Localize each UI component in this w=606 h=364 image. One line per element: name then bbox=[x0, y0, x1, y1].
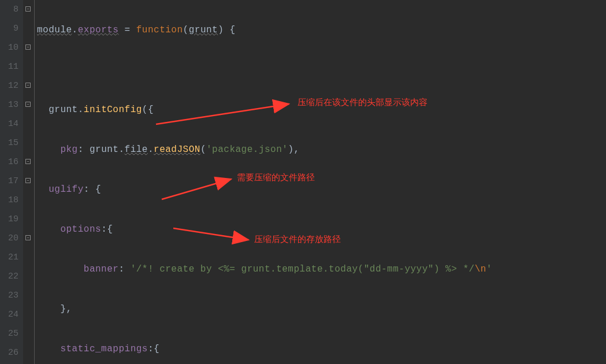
line-number: 23 bbox=[0, 286, 18, 305]
line-number: 12 bbox=[0, 76, 18, 95]
code-line: options:{ bbox=[37, 220, 606, 239]
line-number: 19 bbox=[0, 210, 18, 229]
line-number: 26 bbox=[0, 343, 18, 362]
line-number: 21 bbox=[0, 248, 18, 267]
code-line: uglify: { bbox=[37, 180, 606, 199]
code-editor[interactable]: 8 9 10 11 12 13 14 15 16 17 18 19 20 21 … bbox=[0, 0, 606, 364]
line-number: 11 bbox=[0, 57, 18, 76]
fold-column bbox=[23, 0, 35, 364]
line-number: 9 bbox=[0, 19, 18, 38]
fold-toggle-icon[interactable] bbox=[25, 159, 31, 164]
line-number: 25 bbox=[0, 324, 18, 343]
line-number: 10 bbox=[0, 38, 18, 57]
code-line bbox=[37, 61, 606, 80]
code-line: grunt.initConfig({ bbox=[37, 101, 606, 120]
line-number: 18 bbox=[0, 191, 18, 210]
code-area[interactable]: module.exports = function(grunt) { grunt… bbox=[35, 0, 606, 364]
fold-toggle-icon[interactable] bbox=[25, 6, 31, 12]
fold-toggle-icon[interactable] bbox=[25, 102, 31, 107]
fold-toggle-icon[interactable] bbox=[25, 235, 31, 240]
line-number: 24 bbox=[0, 305, 18, 324]
code-line: pkg: grunt.file.readJSON('package.json')… bbox=[37, 140, 606, 159]
line-number: 17 bbox=[0, 172, 18, 191]
code-line: banner: '/*! create by <%= grunt.templat… bbox=[37, 260, 606, 279]
fold-toggle-icon[interactable] bbox=[25, 83, 31, 88]
fold-toggle-icon[interactable] bbox=[25, 178, 31, 183]
line-number: 22 bbox=[0, 267, 18, 286]
code-line: static_mappings:{ bbox=[37, 340, 606, 359]
line-number-gutter: 8 9 10 11 12 13 14 15 16 17 18 19 20 21 … bbox=[0, 0, 23, 364]
code-line: module.exports = function(grunt) { bbox=[37, 21, 606, 40]
line-number: 13 bbox=[0, 95, 18, 114]
line-number: 20 bbox=[0, 229, 18, 248]
code-line: }, bbox=[37, 300, 606, 319]
line-number: 8 bbox=[0, 0, 18, 19]
fold-toggle-icon[interactable] bbox=[25, 44, 31, 50]
line-number: 15 bbox=[0, 133, 18, 153]
line-number: 14 bbox=[0, 114, 18, 133]
line-number: 16 bbox=[0, 153, 18, 172]
